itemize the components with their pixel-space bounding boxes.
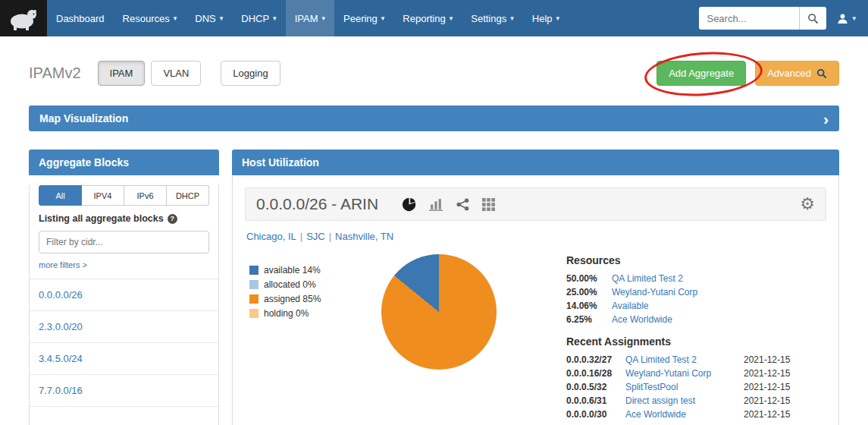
legend-swatch: [249, 266, 259, 275]
tab-vlan[interactable]: VLAN: [151, 61, 201, 86]
assignment-row: 0.0.0.16/28 Weyland-Yutani Corp 2021-12-…: [566, 368, 801, 379]
share-button[interactable]: [456, 198, 469, 211]
top-navbar: Dashboard Resources ▾ DNS ▾ DHCP ▾ IPAM …: [0, 0, 868, 36]
assignment-row: 0.0.0.5/32 SplitTestPool 2021-12-15: [566, 382, 801, 392]
user-icon: [837, 13, 848, 24]
nav-item-reporting[interactable]: Reporting ▾: [393, 0, 462, 36]
user-menu[interactable]: ▾: [826, 0, 868, 36]
tab-logging[interactable]: Logging: [221, 61, 280, 86]
nav-item-settings[interactable]: Settings ▾: [462, 0, 523, 36]
resource-row: 14.06% Available: [566, 301, 801, 311]
legend-item-available: available 14%: [249, 265, 362, 275]
grid-view-button[interactable]: [482, 198, 495, 211]
caret-down-icon: ▾: [273, 14, 277, 22]
assignment-link[interactable]: QA Limited Test 2: [625, 354, 741, 365]
nav-label: DHCP: [241, 13, 269, 24]
aggregate-blocks-panel: Aggregate Blocks All IPV4 IPv6 DHCP List…: [29, 150, 219, 425]
block-type-tabs: All IPV4 IPv6 DHCP: [39, 185, 209, 206]
nav-item-peering[interactable]: Peering ▾: [334, 0, 393, 36]
nav-item-dhcp[interactable]: DHCP ▾: [232, 0, 285, 36]
nav-label: Peering: [343, 13, 378, 24]
utilization-pie-chart: [381, 254, 497, 370]
assignment-link[interactable]: Direct assign test: [625, 395, 741, 406]
add-aggregate-button[interactable]: Add Aggregate: [656, 61, 746, 86]
nav-label: Dashboard: [56, 13, 105, 24]
nav-label: Resources: [123, 13, 170, 24]
assignment-row: 0.0.0.32/27 QA Limited Test 2 2021-12-15: [566, 354, 801, 365]
nav-label: Reporting: [403, 13, 445, 24]
nav-item-resources[interactable]: Resources ▾: [114, 0, 186, 36]
list-item[interactable]: 2.3.0.0/20: [30, 310, 218, 342]
assignment-link[interactable]: Ace Worldwide: [625, 409, 741, 420]
assignment-link[interactable]: SplitTestPool: [625, 382, 741, 392]
tab-all[interactable]: All: [39, 185, 82, 206]
listing-label: Listing all aggregate blocks ?: [39, 213, 209, 224]
aggregate-blocks-header: Aggregate Blocks: [29, 150, 219, 175]
search-icon: [816, 68, 827, 79]
list-item[interactable]: 3.4.5.0/24: [30, 342, 218, 374]
caret-down-icon: ▾: [450, 14, 453, 22]
nav-label: Settings: [471, 13, 506, 24]
legend-item-assigned: assigned 85%: [249, 294, 362, 304]
panel-title: Aggregate Blocks: [39, 156, 129, 168]
nav-item-help[interactable]: Help ▾: [523, 0, 569, 36]
nav-label: IPAM: [295, 13, 318, 24]
breadcrumb-link[interactable]: Nashville, TN: [335, 231, 393, 242]
nav-label: DNS: [195, 13, 215, 24]
assignment-link[interactable]: Weyland-Yutani Corp: [625, 368, 741, 379]
recent-assignments-title: Recent Assignments: [566, 335, 801, 348]
gear-icon[interactable]: ⚙: [800, 196, 815, 212]
tab-ipv4[interactable]: IPV4: [82, 185, 124, 206]
nav-label: Help: [532, 13, 553, 24]
advanced-search-button[interactable]: Advanced: [755, 61, 839, 86]
share-icon: [456, 198, 469, 211]
list-item[interactable]: 0.0.0.0/26: [30, 279, 218, 310]
caret-down-icon: ▾: [556, 14, 560, 22]
utilization-subheader: 0.0.0.0/26 - ARIN: [245, 187, 826, 221]
navbar-search: [699, 7, 826, 30]
resource-link[interactable]: Available: [612, 301, 801, 311]
search-input[interactable]: [699, 7, 799, 30]
resource-row: 6.25% Ace Worldwide: [566, 314, 801, 325]
breadcrumb: Chicago, IL|SJC|Nashville, TN: [246, 231, 825, 242]
page-title: IPAMv2: [29, 65, 81, 82]
legend-swatch: [249, 309, 259, 318]
list-item[interactable]: [30, 406, 218, 425]
breadcrumb-link[interactable]: Chicago, IL: [246, 231, 296, 242]
bar-view-button[interactable]: [429, 198, 443, 211]
pie-chart-icon: [402, 197, 416, 212]
resource-link[interactable]: QA Limited Test 2: [612, 273, 801, 284]
legend-swatch: [249, 294, 259, 304]
grid-icon: [482, 198, 495, 211]
caret-down-icon: ▾: [220, 14, 224, 22]
list-item[interactable]: 7.7.0.0/16: [30, 374, 218, 406]
pie-view-button[interactable]: [402, 197, 416, 212]
caret-down-icon: ▾: [321, 14, 325, 22]
resource-row: 25.00% Weyland-Yutani Corp: [566, 287, 801, 298]
tab-ipv6[interactable]: IPv6: [124, 185, 167, 206]
nav-item-dashboard[interactable]: Dashboard: [47, 0, 114, 36]
breadcrumb-link[interactable]: SJC: [306, 231, 325, 242]
resource-link[interactable]: Weyland-Yutani Corp: [612, 287, 801, 298]
host-utilization-header: Host Utilization: [232, 150, 839, 175]
legend-swatch: [249, 280, 259, 289]
map-visualization-bar[interactable]: Map Visualization ›: [29, 105, 839, 131]
cidr-filter-input[interactable]: [39, 231, 209, 253]
tab-dhcp[interactable]: DHCP: [167, 185, 209, 206]
utilization-info: Resources 50.00% QA Limited Test 2 25.00…: [566, 254, 801, 423]
nav-item-ipam[interactable]: IPAM ▾: [286, 0, 334, 36]
tab-ipam[interactable]: IPAM: [98, 61, 146, 86]
search-icon: [807, 13, 819, 24]
caret-down-icon: ▾: [510, 14, 514, 22]
more-filters-link[interactable]: more filters >: [39, 260, 87, 269]
provision-logo[interactable]: [0, 0, 47, 36]
resource-link[interactable]: Ace Worldwide: [612, 314, 801, 325]
search-button[interactable]: [799, 7, 826, 30]
nav-item-dns[interactable]: DNS ▾: [186, 0, 232, 36]
breadcrumb-separator: |: [325, 231, 335, 242]
resources-title: Resources: [566, 254, 801, 266]
caret-down-icon: ▾: [381, 14, 385, 22]
help-icon[interactable]: ?: [168, 214, 177, 224]
caret-down-icon: ▾: [852, 14, 856, 22]
polar-bear-icon: [6, 5, 41, 32]
